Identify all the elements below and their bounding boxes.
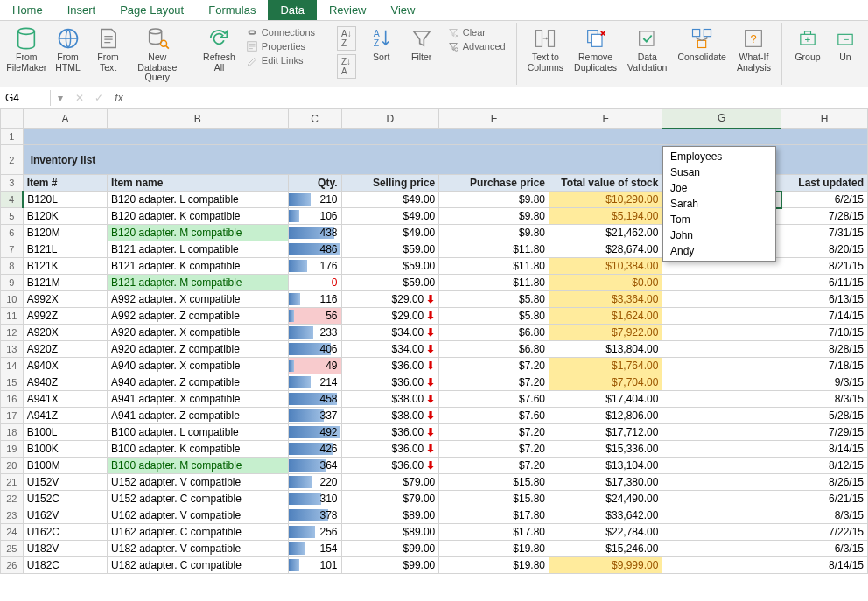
cell-total[interactable]: $17,380.00 (550, 474, 662, 491)
cell-total[interactable]: $7,704.00 (550, 374, 662, 391)
row-header-25[interactable]: 25 (1, 541, 24, 557)
cell-qty[interactable]: 56 (288, 308, 341, 325)
sort-button[interactable]: AZSort (363, 24, 400, 80)
group-button[interactable]: +Group (789, 24, 826, 65)
row-header-19[interactable]: 19 (1, 441, 24, 458)
cell-updby[interactable] (662, 524, 781, 541)
cell-updby[interactable] (662, 374, 781, 391)
cell-name[interactable]: A941 adapter. X compatible (108, 391, 289, 408)
cell-item[interactable]: B120M (23, 225, 107, 241)
tab-view[interactable]: View (379, 0, 428, 20)
cell-name[interactable]: U182 adapter. V compatible (108, 541, 289, 557)
cell-last[interactable]: 6/2/15 (781, 192, 868, 208)
cell-item[interactable]: U152C (23, 491, 107, 507)
cell-last[interactable]: 6/21/15 (781, 491, 868, 507)
row-header-2[interactable]: 2 (1, 145, 24, 175)
cell-name[interactable]: B100 adapter. M compatible (108, 458, 289, 474)
hdr-last[interactable]: Last updated (781, 175, 868, 192)
clear-filter-button[interactable]: Clear (447, 26, 506, 38)
consolidate-button[interactable]: Consolidate (674, 24, 729, 74)
row-header-17[interactable]: 17 (1, 408, 24, 424)
cell-buy[interactable]: $7.60 (439, 391, 550, 408)
cell-name[interactable]: A941 adapter. Z compatible (108, 408, 289, 424)
cell-total[interactable]: $22,784.00 (550, 524, 662, 541)
cell-sell[interactable]: $59.00 (341, 258, 439, 275)
cell-name[interactable]: A940 adapter. Z compatible (108, 374, 289, 391)
row-header-9[interactable]: 9 (1, 275, 24, 291)
cell-buy[interactable]: $15.80 (439, 474, 550, 491)
fx-label[interactable]: fx (108, 92, 130, 104)
cell-item[interactable]: A920X (23, 325, 107, 341)
tab-formulas[interactable]: Formulas (196, 0, 268, 20)
cell-last[interactable]: 7/28/15 (781, 208, 868, 225)
col-header-E[interactable]: E (439, 109, 550, 129)
hdr-buy[interactable]: Purchase price (439, 175, 550, 192)
cell-updby[interactable] (662, 325, 781, 341)
row-header-16[interactable]: 16 (1, 391, 24, 408)
cell-last[interactable]: 7/22/15 (781, 524, 868, 541)
cell-item[interactable]: B120L (23, 192, 107, 208)
cell-updby[interactable] (662, 507, 781, 524)
cell-buy[interactable]: $7.20 (439, 374, 550, 391)
dropdown-option[interactable]: Joe (665, 180, 774, 196)
cell-item[interactable]: U182C (23, 557, 107, 574)
from-text-button[interactable]: FromText (90, 24, 127, 85)
row-header-22[interactable]: 22 (1, 491, 24, 507)
cell-total[interactable]: $15,336.00 (550, 441, 662, 458)
cell-qty[interactable]: 0 (288, 275, 341, 291)
cell-buy[interactable]: $7.20 (439, 441, 550, 458)
row-header-8[interactable]: 8 (1, 258, 24, 275)
cell-last[interactable]: 6/3/15 (781, 541, 868, 557)
accept-formula-button[interactable]: ✓ (89, 92, 108, 104)
cell-total[interactable]: $1,764.00 (550, 358, 662, 374)
cell-sell[interactable]: $79.00 (341, 474, 439, 491)
hdr-sell[interactable]: Selling price (341, 175, 439, 192)
row-header-26[interactable]: 26 (1, 557, 24, 574)
cell-item[interactable]: A941X (23, 391, 107, 408)
name-box-dropdown[interactable]: ▾ (51, 92, 70, 104)
cell-name[interactable]: B121 adapter. M compatible (108, 275, 289, 291)
cell-sell[interactable]: $36.00⬇ (341, 358, 439, 374)
cell-item[interactable]: U182V (23, 541, 107, 557)
tab-review[interactable]: Review (317, 0, 379, 20)
validation-dropdown[interactable]: EmployeesSusanJoeSarahTomJohnAndy (662, 146, 776, 262)
cell-last[interactable]: 8/26/15 (781, 474, 868, 491)
cell-qty[interactable]: 116 (288, 291, 341, 308)
row-header-10[interactable]: 10 (1, 291, 24, 308)
cell-buy[interactable]: $9.80 (439, 192, 550, 208)
col-header-H[interactable]: H (781, 109, 868, 129)
cancel-formula-button[interactable]: ✕ (70, 92, 89, 104)
cell-buy[interactable]: $15.80 (439, 491, 550, 507)
cell-updby[interactable] (662, 391, 781, 408)
cell-sell[interactable]: $29.00⬇ (341, 291, 439, 308)
cell-item[interactable]: A941Z (23, 408, 107, 424)
cell-name[interactable]: A920 adapter. X compatible (108, 325, 289, 341)
cell-total[interactable]: $0.00 (550, 275, 662, 291)
cell-item[interactable]: U152V (23, 474, 107, 491)
cell-name[interactable]: B120 adapter. K compatible (108, 208, 289, 225)
cell-sell[interactable]: $34.00⬇ (341, 325, 439, 341)
hdr-total[interactable]: Total value of stock (550, 175, 662, 192)
cell-last[interactable]: 8/20/15 (781, 241, 868, 258)
cell-qty[interactable]: 364 (288, 458, 341, 474)
row-header-3[interactable]: 3 (1, 175, 24, 192)
cell[interactable] (23, 129, 867, 145)
cell-last[interactable]: 8/12/15 (781, 458, 868, 474)
cell-sell[interactable]: $59.00 (341, 275, 439, 291)
cell-sell[interactable]: $59.00 (341, 241, 439, 258)
row-header-24[interactable]: 24 (1, 524, 24, 541)
hdr-qty[interactable]: Qty. (288, 175, 341, 192)
cell-buy[interactable]: $19.80 (439, 557, 550, 574)
cell-updby[interactable] (662, 341, 781, 358)
cell-item[interactable]: U162C (23, 524, 107, 541)
row-header-7[interactable]: 7 (1, 241, 24, 258)
cell-buy[interactable]: $5.80 (439, 291, 550, 308)
cell-item[interactable]: B121M (23, 275, 107, 291)
cell-updby[interactable] (662, 441, 781, 458)
row-header-11[interactable]: 11 (1, 308, 24, 325)
cell-last[interactable]: 7/31/15 (781, 225, 868, 241)
row-header-21[interactable]: 21 (1, 474, 24, 491)
cell-item[interactable]: B121K (23, 258, 107, 275)
cell-total[interactable]: $3,364.00 (550, 291, 662, 308)
cell-qty[interactable]: 233 (288, 325, 341, 341)
